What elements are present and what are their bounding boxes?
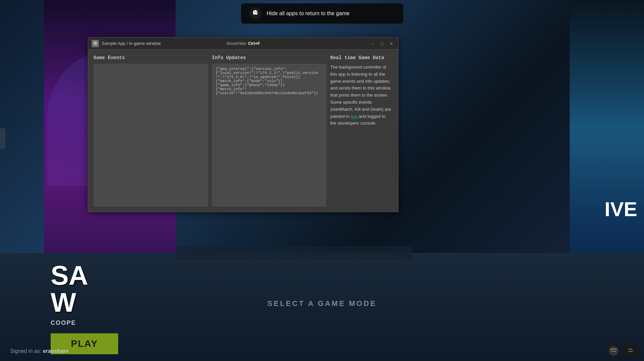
owl-icon — [251, 9, 259, 18]
banner-text-coop: COOPE — [51, 319, 76, 327]
game-events-title: Game Events — [94, 55, 208, 60]
keyboard-shortcut: Ctrl+F — [248, 41, 260, 46]
info-updates-panel: Info Updates {"gep_internal":{"version_i… — [212, 55, 327, 206]
game-events-panel: Game Events — [94, 55, 208, 206]
signed-in-username: eransharv — [43, 348, 69, 354]
realtime-data-description: The background controller of this app is… — [330, 64, 393, 127]
info-updates-title: Info Updates — [212, 55, 327, 60]
right-game-banner: IVE — [570, 0, 644, 253]
bottom-logos: UNREAL ENGINE EPIC GAMES — [607, 344, 637, 358]
svg-text:GAMES: GAMES — [628, 351, 633, 352]
overlay-content: Game Events Info Updates {"gep_internal"… — [88, 50, 398, 212]
tooltip-text: Hide all apps to return to the game — [267, 10, 350, 17]
signed-in-prefix: Signed in as: — [10, 348, 42, 354]
epic-games-logo: EPIC GAMES — [624, 344, 637, 358]
game-events-body — [94, 64, 208, 206]
titlebar-controls: − □ × — [369, 40, 395, 47]
left-banner-content: SA W COOPE PLAY — [44, 262, 176, 354]
select-game-mode-text: SELECT A GAME MODE — [267, 299, 377, 308]
signed-in-label: Signed in as: eransharv — [10, 348, 69, 354]
app-icon — [92, 40, 99, 47]
overlay-titlebar[interactable]: Sample App / in-game window Show/Hide: C… — [88, 37, 398, 50]
svg-text:UNREAL: UNREAL — [610, 348, 617, 350]
banner-text-sa: SA — [51, 262, 88, 289]
maximize-button[interactable]: □ — [379, 40, 385, 47]
tooltip-bar: Hide all apps to return to the game — [241, 3, 403, 24]
titlebar-title: Sample App / in-game window — [102, 41, 161, 46]
unreal-engine-logo: UNREAL ENGINE — [607, 344, 620, 358]
left-scroll-indicator — [0, 128, 5, 149]
banner-text-w: W — [51, 289, 76, 316]
realtime-data-panel: Real time Game Data The background contr… — [330, 55, 393, 206]
middle-bar — [176, 246, 412, 260]
overlay-window[interactable]: Sample App / in-game window Show/Hide: C… — [88, 37, 398, 212]
show-hide-label: Show/Hide: — [226, 41, 247, 46]
minimize-button[interactable]: − — [369, 40, 376, 47]
overwolf-icon — [249, 7, 261, 20]
realtime-data-title: Real time Game Data — [330, 55, 393, 60]
titlebar-left: Sample App / in-game window — [92, 40, 161, 47]
close-button[interactable]: × — [388, 40, 395, 47]
svg-text:ENGINE: ENGINE — [611, 351, 616, 352]
svg-text:EPIC: EPIC — [628, 348, 633, 350]
info-updates-body: {"gep_internal":{"version_info": {"local… — [212, 64, 327, 206]
teal-keyword: teal — [351, 114, 358, 119]
right-banner-text: IVE — [604, 199, 637, 220]
titlebar-show-hide: Show/Hide: Ctrl+F — [226, 41, 260, 46]
